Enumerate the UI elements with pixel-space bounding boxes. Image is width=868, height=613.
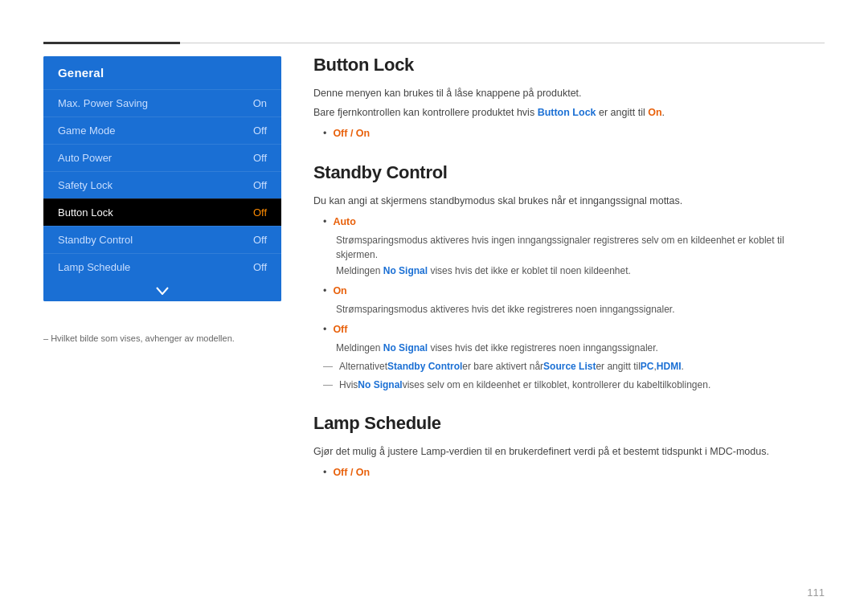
standby-off-pre: Meldingen bbox=[336, 342, 383, 353]
sidebar: General Max. Power Saving On Game Mode O… bbox=[43, 56, 281, 301]
standby-auto-sub2-pre: Meldingen bbox=[336, 265, 383, 276]
button-lock-desc2-mid: er angitt til bbox=[596, 107, 649, 118]
dash1-end: . bbox=[681, 359, 683, 374]
dash1-bold3: PC bbox=[641, 359, 654, 374]
standby-bullet-off: Off bbox=[323, 321, 825, 337]
main-content: Button Lock Denne menyen kan brukes til … bbox=[313, 55, 825, 589]
lamp-schedule-desc1: Gjør det mulig å justere Lamp-verdien ti… bbox=[313, 443, 825, 460]
top-line-dark bbox=[43, 42, 180, 44]
dash1-mid2: er angitt til bbox=[596, 359, 640, 374]
standby-control-title: Standby Control bbox=[313, 162, 825, 183]
standby-auto-label: Auto bbox=[333, 214, 355, 230]
standby-on-label: On bbox=[333, 283, 346, 299]
dash1-pre: Alternativet bbox=[339, 359, 387, 374]
sidebar-item-label: Button Lock bbox=[58, 206, 113, 219]
button-lock-bullet-label: Off / On bbox=[333, 125, 370, 141]
sidebar-item-label: Safety Lock bbox=[58, 179, 113, 191]
button-lock-desc2-pre: Bare fjernkontrollen kan kontrollere pro… bbox=[313, 107, 538, 118]
standby-off-label: Off bbox=[333, 321, 347, 337]
dash2-mid: vises selv om en kildeenhet er tilkoblet… bbox=[403, 378, 711, 392]
standby-auto-sub2: Meldingen No Signal vises hvis det ikke … bbox=[336, 264, 825, 278]
button-lock-desc1: Denne menyen kan brukes til å låse knapp… bbox=[313, 85, 825, 101]
standby-off-sub1: Meldingen No Signal vises hvis det ikke … bbox=[336, 341, 825, 355]
sidebar-item-auto-power[interactable]: Auto Power Off bbox=[43, 144, 281, 171]
lamp-schedule-bullet: Off / On bbox=[323, 464, 825, 480]
sidebar-item-label: Lamp Schedule bbox=[58, 261, 130, 273]
standby-off-suf: vises hvis det ikke registreres noen inn… bbox=[428, 342, 658, 353]
sidebar-item-lamp-schedule[interactable]: Lamp Schedule Off bbox=[43, 253, 281, 280]
sidebar-item-value: Off bbox=[253, 234, 267, 246]
standby-auto-sub1: Strømsparingsmodus aktiveres hvis ingen … bbox=[336, 233, 825, 262]
sidebar-item-value: Off bbox=[253, 152, 267, 164]
sidebar-note: – Hvilket bilde som vises, avhenger av m… bbox=[43, 333, 235, 343]
lamp-schedule-section: Lamp Schedule Gjør det mulig å justere L… bbox=[313, 413, 825, 480]
button-lock-on: On bbox=[648, 107, 661, 118]
dash1-bold2: Source List bbox=[543, 359, 596, 374]
dash1-bold1: Standby Control bbox=[387, 359, 462, 374]
sidebar-item-standby-control[interactable]: Standby Control Off bbox=[43, 226, 281, 253]
sidebar-arrow[interactable] bbox=[43, 280, 281, 301]
sidebar-item-value: Off bbox=[253, 125, 267, 137]
button-lock-desc2-end: . bbox=[662, 107, 665, 118]
sidebar-item-label: Max. Power Saving bbox=[58, 97, 148, 109]
sidebar-item-game-mode[interactable]: Game Mode Off bbox=[43, 116, 281, 144]
sidebar-item-button-lock[interactable]: Button Lock Off bbox=[43, 198, 281, 226]
standby-control-section: Standby Control Du kan angi at skjermens… bbox=[313, 162, 825, 392]
top-line-light bbox=[180, 43, 825, 43]
standby-on-sub1: Strømsparingsmodus aktiveres hvis det ik… bbox=[336, 302, 825, 317]
sidebar-item-label: Game Mode bbox=[58, 125, 116, 137]
top-lines bbox=[43, 42, 825, 44]
button-lock-bold: Button Lock bbox=[538, 107, 596, 118]
dash2-bold: No Signal bbox=[358, 378, 402, 392]
standby-no-signal-1: No Signal bbox=[383, 265, 428, 276]
button-lock-bullet: Off / On bbox=[323, 125, 825, 141]
dash1-bold4: HDMI bbox=[657, 359, 682, 374]
page-number: 111 bbox=[807, 586, 825, 599]
lamp-schedule-bullet-label: Off / On bbox=[333, 464, 370, 480]
sidebar-item-value: Off bbox=[253, 179, 267, 191]
standby-bullet-on: On bbox=[323, 283, 825, 299]
sidebar-item-value: Off bbox=[253, 261, 267, 273]
standby-dash2: Hvis No Signal vises selv om en kildeenh… bbox=[323, 378, 825, 392]
dash2-pre: Hvis bbox=[339, 378, 358, 392]
sidebar-item-safety-lock[interactable]: Safety Lock Off bbox=[43, 171, 281, 198]
lamp-schedule-title: Lamp Schedule bbox=[313, 413, 825, 434]
sidebar-item-value: Off bbox=[253, 206, 267, 219]
button-lock-title: Button Lock bbox=[313, 55, 825, 76]
standby-bullet-auto: Auto bbox=[323, 214, 825, 230]
dash1-mid: er bare aktivert når bbox=[462, 359, 543, 374]
standby-auto-sub2-suf: vises hvis det ikke er koblet til noen k… bbox=[428, 265, 631, 276]
sidebar-item-label: Standby Control bbox=[58, 234, 133, 246]
standby-no-signal-2: No Signal bbox=[383, 342, 428, 353]
standby-dash1: Alternativet Standby Control er bare akt… bbox=[323, 359, 825, 374]
sidebar-header: General bbox=[43, 56, 281, 89]
button-lock-desc2: Bare fjernkontrollen kan kontrollere pro… bbox=[313, 104, 825, 121]
sidebar-item-max-power-saving[interactable]: Max. Power Saving On bbox=[43, 89, 281, 116]
chevron-down-icon bbox=[156, 287, 169, 295]
sidebar-item-value: On bbox=[253, 97, 267, 109]
standby-control-desc1: Du kan angi at skjermens standbymodus sk… bbox=[313, 193, 825, 209]
sidebar-item-label: Auto Power bbox=[58, 152, 112, 164]
button-lock-section: Button Lock Denne menyen kan brukes til … bbox=[313, 55, 825, 141]
